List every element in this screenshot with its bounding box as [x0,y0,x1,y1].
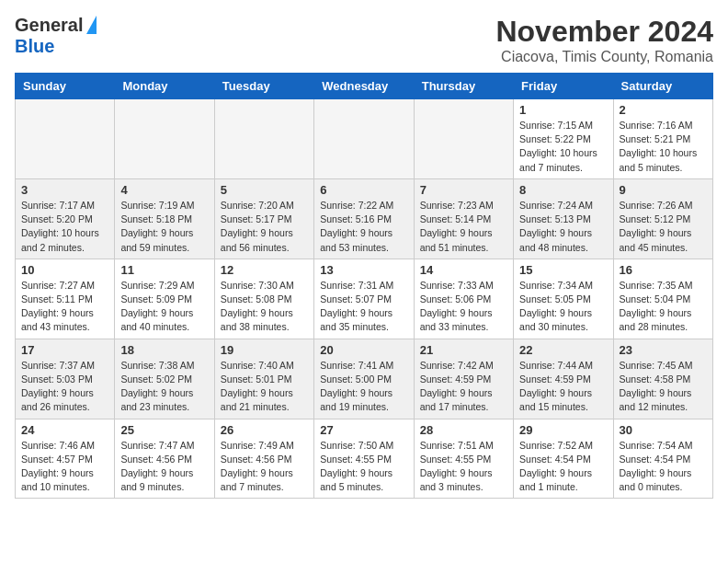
title-area: November 2024 Ciacova, Timis County, Rom… [495,15,713,65]
location-title: Ciacova, Timis County, Romania [495,49,713,65]
logo-general-text: General [15,15,83,36]
week-row-4: 17Sunrise: 7:37 AM Sunset: 5:03 PM Dayli… [16,339,713,419]
day-info: Sunrise: 7:46 AM Sunset: 4:57 PM Dayligh… [21,439,108,495]
calendar-cell: 9Sunrise: 7:26 AM Sunset: 5:12 PM Daylig… [613,178,712,259]
weekday-header-saturday: Saturday [613,74,712,99]
calendar-cell: 10Sunrise: 7:27 AM Sunset: 5:11 PM Dayli… [16,259,115,339]
calendar-cell: 1Sunrise: 7:15 AM Sunset: 5:22 PM Daylig… [514,99,613,179]
day-number: 9 [620,183,707,197]
day-number: 29 [519,423,607,437]
calendar-cell: 6Sunrise: 7:22 AM Sunset: 5:16 PM Daylig… [314,178,414,259]
day-info: Sunrise: 7:15 AM Sunset: 5:22 PM Dayligh… [519,119,607,175]
calendar-cell: 7Sunrise: 7:23 AM Sunset: 5:14 PM Daylig… [414,178,513,259]
calendar-cell: 16Sunrise: 7:35 AM Sunset: 5:04 PM Dayli… [613,259,712,339]
day-number: 14 [420,263,507,277]
calendar-cell: 29Sunrise: 7:52 AM Sunset: 4:54 PM Dayli… [514,419,613,499]
calendar-cell: 20Sunrise: 7:41 AM Sunset: 5:00 PM Dayli… [314,339,414,419]
day-number: 2 [620,103,707,117]
calendar-cell: 2Sunrise: 7:16 AM Sunset: 5:21 PM Daylig… [613,99,712,179]
day-info: Sunrise: 7:31 AM Sunset: 5:07 PM Dayligh… [320,279,407,335]
day-number: 20 [320,343,407,357]
calendar-cell: 8Sunrise: 7:24 AM Sunset: 5:13 PM Daylig… [514,178,613,259]
calendar-cell: 3Sunrise: 7:17 AM Sunset: 5:20 PM Daylig… [16,178,115,259]
month-title: November 2024 [495,15,713,49]
logo-arrow-icon [86,16,97,34]
day-number: 7 [420,183,507,197]
day-number: 4 [120,183,208,197]
day-number: 21 [420,343,507,357]
logo-blue-text: Blue [15,36,54,56]
day-info: Sunrise: 7:45 AM Sunset: 4:58 PM Dayligh… [620,359,707,415]
day-info: Sunrise: 7:50 AM Sunset: 4:55 PM Dayligh… [320,439,407,495]
calendar-cell: 30Sunrise: 7:54 AM Sunset: 4:54 PM Dayli… [613,419,712,499]
calendar-cell: 24Sunrise: 7:46 AM Sunset: 4:57 PM Dayli… [16,419,115,499]
calendar-table: SundayMondayTuesdayWednesdayThursdayFrid… [15,73,713,499]
day-number: 19 [221,343,308,357]
day-info: Sunrise: 7:49 AM Sunset: 4:56 PM Dayligh… [221,439,308,495]
calendar-cell: 23Sunrise: 7:45 AM Sunset: 4:58 PM Dayli… [613,339,712,419]
day-info: Sunrise: 7:34 AM Sunset: 5:05 PM Dayligh… [519,279,607,335]
weekday-header-friday: Friday [514,74,613,99]
day-info: Sunrise: 7:40 AM Sunset: 5:01 PM Dayligh… [221,359,308,415]
calendar-cell [115,99,214,179]
calendar-cell [314,99,414,179]
day-number: 6 [320,183,407,197]
day-info: Sunrise: 7:26 AM Sunset: 5:12 PM Dayligh… [620,199,707,255]
day-number: 5 [221,183,308,197]
calendar-cell: 19Sunrise: 7:40 AM Sunset: 5:01 PM Dayli… [214,339,313,419]
week-row-5: 24Sunrise: 7:46 AM Sunset: 4:57 PM Dayli… [16,419,713,499]
day-number: 30 [620,423,707,437]
calendar-cell: 12Sunrise: 7:30 AM Sunset: 5:08 PM Dayli… [214,259,313,339]
day-info: Sunrise: 7:30 AM Sunset: 5:08 PM Dayligh… [221,279,308,335]
day-number: 12 [221,263,308,277]
day-number: 3 [21,183,108,197]
day-number: 17 [21,343,108,357]
day-info: Sunrise: 7:22 AM Sunset: 5:16 PM Dayligh… [320,199,407,255]
calendar-cell: 11Sunrise: 7:29 AM Sunset: 5:09 PM Dayli… [115,259,214,339]
calendar-cell: 18Sunrise: 7:38 AM Sunset: 5:02 PM Dayli… [115,339,214,419]
calendar-cell: 25Sunrise: 7:47 AM Sunset: 4:56 PM Dayli… [115,419,214,499]
calendar-cell [16,99,115,179]
calendar-cell: 5Sunrise: 7:20 AM Sunset: 5:17 PM Daylig… [214,178,313,259]
week-row-1: 1Sunrise: 7:15 AM Sunset: 5:22 PM Daylig… [16,99,713,179]
day-number: 25 [120,423,208,437]
calendar-cell: 4Sunrise: 7:19 AM Sunset: 5:18 PM Daylig… [115,178,214,259]
weekday-header-sunday: Sunday [16,74,115,99]
day-info: Sunrise: 7:33 AM Sunset: 5:06 PM Dayligh… [420,279,507,335]
day-info: Sunrise: 7:51 AM Sunset: 4:55 PM Dayligh… [420,439,507,495]
weekday-header-row: SundayMondayTuesdayWednesdayThursdayFrid… [16,74,713,99]
day-info: Sunrise: 7:35 AM Sunset: 5:04 PM Dayligh… [620,279,707,335]
day-info: Sunrise: 7:29 AM Sunset: 5:09 PM Dayligh… [120,279,208,335]
day-info: Sunrise: 7:19 AM Sunset: 5:18 PM Dayligh… [120,199,208,255]
day-info: Sunrise: 7:23 AM Sunset: 5:14 PM Dayligh… [420,199,507,255]
day-info: Sunrise: 7:54 AM Sunset: 4:54 PM Dayligh… [620,439,707,495]
week-row-2: 3Sunrise: 7:17 AM Sunset: 5:20 PM Daylig… [16,178,713,259]
day-info: Sunrise: 7:37 AM Sunset: 5:03 PM Dayligh… [21,359,108,415]
calendar-cell: 26Sunrise: 7:49 AM Sunset: 4:56 PM Dayli… [214,419,313,499]
header: General Blue November 2024 Ciacova, Timi… [15,15,713,65]
day-number: 16 [620,263,707,277]
day-info: Sunrise: 7:24 AM Sunset: 5:13 PM Dayligh… [519,199,607,255]
day-info: Sunrise: 7:44 AM Sunset: 4:59 PM Dayligh… [519,359,607,415]
weekday-header-tuesday: Tuesday [214,74,313,99]
day-number: 10 [21,263,108,277]
day-number: 1 [519,103,607,117]
day-info: Sunrise: 7:38 AM Sunset: 5:02 PM Dayligh… [120,359,208,415]
day-number: 13 [320,263,407,277]
day-number: 26 [221,423,308,437]
calendar-cell: 22Sunrise: 7:44 AM Sunset: 4:59 PM Dayli… [514,339,613,419]
calendar-cell: 27Sunrise: 7:50 AM Sunset: 4:55 PM Dayli… [314,419,414,499]
day-info: Sunrise: 7:17 AM Sunset: 5:20 PM Dayligh… [21,199,108,255]
day-number: 11 [120,263,208,277]
weekday-header-monday: Monday [115,74,214,99]
calendar-cell: 17Sunrise: 7:37 AM Sunset: 5:03 PM Dayli… [16,339,115,419]
calendar-cell: 15Sunrise: 7:34 AM Sunset: 5:05 PM Dayli… [514,259,613,339]
weekday-header-thursday: Thursday [414,74,513,99]
week-row-3: 10Sunrise: 7:27 AM Sunset: 5:11 PM Dayli… [16,259,713,339]
day-info: Sunrise: 7:27 AM Sunset: 5:11 PM Dayligh… [21,279,108,335]
day-number: 23 [620,343,707,357]
day-number: 15 [519,263,607,277]
day-info: Sunrise: 7:41 AM Sunset: 5:00 PM Dayligh… [320,359,407,415]
calendar-cell [214,99,313,179]
logo: General Blue [15,15,97,57]
